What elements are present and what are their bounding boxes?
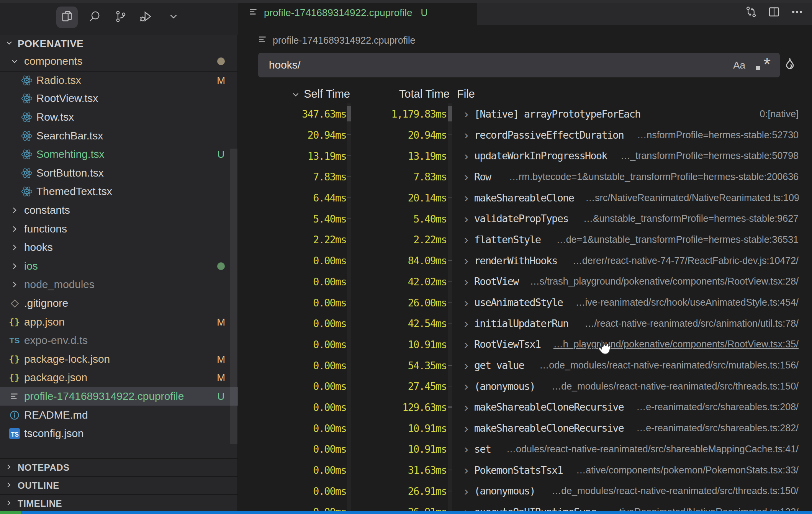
run-debug-button[interactable]	[135, 7, 157, 28]
tree-item-package-json[interactable]: {}package.jsonM	[0, 368, 238, 387]
file-path-link[interactable]: …odules/react-native-reanimated/src/shar…	[502, 444, 799, 455]
tree-item-radio-tsx[interactable]: Radio.tsxM	[0, 71, 238, 90]
split-editor-icon[interactable]	[768, 5, 781, 20]
tree-item-hooks[interactable]: hooks	[0, 238, 238, 257]
profile-row[interactable]: 0.00ms54.35ms›get value…ode_modules/reac…	[238, 355, 812, 376]
tree-item--gitignore[interactable]: .gitignore	[0, 294, 238, 313]
file-path-link[interactable]: …nsformProfile=hermes-stable:52730	[635, 129, 799, 141]
expand-chevron-icon[interactable]: ›	[464, 316, 468, 331]
sidebar-section-outline[interactable]: OUTLINE	[0, 476, 238, 494]
profile-row[interactable]: 5.40ms5.40ms›validatePropTypes…&unstable…	[238, 208, 812, 229]
tree-item-rootview-tsx[interactable]: RootView.tsx	[0, 89, 238, 108]
regex-toggle[interactable]: *	[755, 57, 770, 74]
tree-item-expo-env-d-ts[interactable]: TSexpo-env.d.ts	[0, 331, 238, 350]
file-path-link[interactable]: …de_modules/react-native-reanimated/src/…	[547, 381, 799, 392]
profile-row[interactable]: 0.00ms10.91ms›makeShareableCloneRecursiv…	[238, 417, 812, 439]
expand-chevron-icon[interactable]: ›	[464, 274, 468, 288]
profile-row[interactable]: 0.00ms26.00ms›useAnimatedStyle…ive-reani…	[238, 292, 812, 313]
tree-item-sortbutton-tsx[interactable]: SortButton.tsx	[0, 164, 238, 183]
expand-chevron-icon[interactable]: ›	[464, 337, 468, 351]
expand-chevron-icon[interactable]: ›	[464, 295, 468, 309]
more-views-button[interactable]	[163, 7, 184, 28]
profile-row[interactable]: 0.00ms129.63ms›makeShareableCloneRecursi…	[238, 397, 812, 418]
tree-item-tsconfig-json[interactable]: TStsconfig.json	[0, 424, 238, 443]
flame-toggle[interactable]	[779, 54, 801, 76]
file-path-link[interactable]: 0:[native]	[652, 108, 799, 119]
profile-row[interactable]: 0.00ms10.91ms›set…odules/react-native-re…	[238, 439, 812, 460]
expand-chevron-icon[interactable]: ›	[464, 421, 468, 435]
tree-item-constants[interactable]: constants	[0, 201, 238, 220]
expand-chevron-icon[interactable]: ›	[464, 379, 468, 393]
tree-item-somehting-tsx[interactable]: Somehting.tsxU	[0, 145, 238, 164]
tree-item-searchbar-tsx[interactable]: SearchBar.tsx	[0, 126, 238, 145]
source-control-button[interactable]	[110, 7, 131, 28]
match-case-toggle[interactable]: Aa	[733, 59, 745, 71]
expand-chevron-icon[interactable]: ›	[464, 211, 468, 226]
profile-row[interactable]: 347.63ms1,179.83ms›[Native] arrayPrototy…	[238, 103, 812, 124]
file-path-link[interactable]: …de_modules/react-native-reanimated/src/…	[547, 485, 799, 496]
file-path-link[interactable]: …&unstable_transformProfile=hermes-stabl…	[580, 213, 799, 224]
tree-item-functions[interactable]: functions	[0, 219, 238, 238]
file-path-link[interactable]: …s/trash_playground/pokenative/component…	[530, 276, 799, 287]
expand-chevron-icon[interactable]: ›	[464, 232, 468, 247]
file-path-link[interactable]: …/react-native-reanimated/src/animation/…	[580, 318, 799, 329]
expand-chevron-icon[interactable]: ›	[464, 400, 468, 414]
expand-chevron-icon[interactable]: ›	[464, 254, 468, 268]
expand-chevron-icon[interactable]: ›	[464, 191, 468, 205]
profile-row[interactable]: 0.00ms10.91ms›RootViewTsx1…h_playground/…	[238, 334, 812, 355]
profile-row[interactable]: 0.00ms42.02ms›RootView…s/trash_playgroun…	[238, 271, 812, 292]
profile-row[interactable]: 2.22ms2.22ms›flattenStyle…de=1&unstable_…	[238, 229, 812, 250]
profile-row[interactable]: 0.00ms27.45ms›(anonymous)…de_modules/rea…	[238, 376, 812, 397]
explorer-project-header[interactable]: POKENATIVE	[0, 35, 238, 52]
column-header-total-time[interactable]: Total Time	[353, 88, 450, 100]
tree-item-node-modules[interactable]: node_modules	[0, 275, 238, 294]
tab-cpuprofile[interactable]: profile-1741689314922.cpuprofile U	[238, 0, 477, 25]
profile-row[interactable]: 6.44ms20.14ms›makeShareableClone…src/Nat…	[238, 187, 812, 208]
file-path-link[interactable]: …ive-reanimated/src/hook/useAnimatedStyl…	[574, 297, 799, 308]
file-path-link[interactable]: …h_playground/pokenative/components/Root…	[552, 339, 799, 350]
file-path-link[interactable]: …rm.bytecode=1&unstable_transformProfile…	[502, 171, 799, 182]
file-path-link[interactable]: …ode_modules/react-native-reanimated/src…	[535, 360, 799, 371]
search-button[interactable]	[84, 7, 105, 28]
tree-item-themedtext-tsx[interactable]: ThemedText.tsx	[0, 182, 238, 201]
file-path-link[interactable]: …ative/components/pokemon/PokemonStats.t…	[574, 465, 799, 476]
more-actions-icon[interactable]	[791, 5, 804, 20]
tree-item-row-tsx[interactable]: Row.tsx	[0, 108, 238, 127]
sidebar-scrollbar[interactable]	[230, 149, 237, 444]
profile-row[interactable]: 13.19ms13.19ms›updateWorkInProgressHook……	[238, 145, 812, 166]
filter-input[interactable]: hooks/ Aa *	[258, 53, 780, 77]
expand-chevron-icon[interactable]: ›	[464, 358, 468, 372]
profile-row[interactable]: 0.00ms26.91ms›(anonymous)…de_modules/rea…	[238, 480, 812, 501]
tree-item-package-lock-json[interactable]: {}package-lock.jsonM	[0, 350, 238, 369]
column-header-file[interactable]: File	[457, 88, 475, 100]
column-header-self-time[interactable]: Self Time	[238, 88, 350, 100]
file-path-link[interactable]: …e-reanimated/src/shareables.ts:282/	[635, 422, 799, 434]
sidebar-section-notepads[interactable]: NOTEPADS	[0, 458, 238, 476]
tree-item-components[interactable]: components	[0, 52, 238, 71]
tree-item-app-json[interactable]: {}app.jsonM	[0, 313, 238, 331]
tree-item-profile-1741689314922-cpuprofile[interactable]: profile-1741689314922.cpuprofileU	[0, 387, 238, 406]
expand-chevron-icon[interactable]: ›	[464, 463, 468, 477]
expand-chevron-icon[interactable]: ›	[464, 149, 468, 163]
expand-chevron-icon[interactable]: ›	[464, 107, 468, 121]
compare-changes-icon[interactable]	[745, 5, 758, 20]
expand-chevron-icon[interactable]: ›	[464, 170, 468, 184]
file-path-link[interactable]: …_transformProfile=hermes-stable:50798	[619, 150, 799, 161]
file-path-link[interactable]: …src/NativeReanimated/NativeReanimated.t…	[585, 192, 799, 203]
expand-chevron-icon[interactable]: ›	[464, 128, 468, 142]
profile-row[interactable]: 0.00ms42.54ms›initialUpdaterRun…/react-n…	[238, 313, 812, 334]
profile-row[interactable]: 7.83ms7.83ms›Row…rm.bytecode=1&unstable_…	[238, 166, 812, 187]
file-path-link[interactable]: …de=1&unstable_transformProfile=hermes-s…	[552, 234, 799, 245]
profile-row[interactable]: 20.94ms20.94ms›recordPassiveEffectDurati…	[238, 124, 812, 146]
tree-item-readme-md[interactable]: README.md	[0, 406, 238, 424]
profile-row[interactable]: 0.00ms84.09ms›renderWithHooks…derer/reac…	[238, 250, 812, 271]
expand-chevron-icon[interactable]: ›	[464, 484, 468, 498]
file-path-link[interactable]: …e-reanimated/src/shareables.ts:208/	[635, 401, 799, 413]
files-button[interactable]	[56, 7, 78, 28]
tree-item-ios[interactable]: ios	[0, 257, 238, 276]
breadcrumb[interactable]: profile-1741689314922.cpuprofile	[258, 32, 416, 48]
profile-row[interactable]: 0.00ms31.63ms›PokemonStatsTsx1…ative/com…	[238, 460, 812, 481]
expand-chevron-icon[interactable]: ›	[464, 442, 468, 456]
file-path-link[interactable]: …derer/react-native-74-77/ReactFabric-de…	[569, 255, 799, 266]
sidebar-section-timeline[interactable]: TIMELINE	[0, 494, 238, 512]
